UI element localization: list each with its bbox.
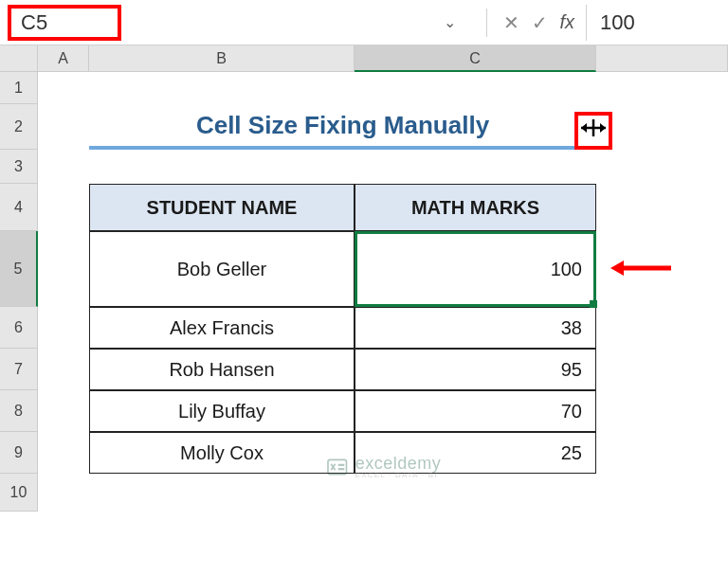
svg-marker-5: [610, 261, 624, 276]
cell-student-name[interactable]: Rob Hansen: [89, 349, 355, 390]
confirm-icon[interactable]: ✓: [525, 11, 554, 34]
cells-area[interactable]: Cell Size Fixing Manually STUDENT NAME M…: [38, 72, 728, 512]
cell-student-name[interactable]: Bob Geller: [89, 231, 355, 307]
cancel-icon[interactable]: ✕: [497, 11, 525, 34]
table-row: Alex Francis 38: [38, 307, 728, 349]
row-header-8[interactable]: 8: [0, 390, 38, 432]
cell[interactable]: [38, 231, 89, 307]
svg-marker-3: [600, 123, 606, 133]
table-row: Lily Buffay 70: [38, 390, 728, 432]
cell-student-name[interactable]: Alex Francis: [89, 307, 355, 349]
cell[interactable]: [38, 390, 89, 432]
row-header-3[interactable]: 3: [0, 150, 38, 184]
grid-row: STUDENT NAME MATH MARKS: [38, 184, 728, 231]
cell-math-marks[interactable]: 38: [355, 307, 596, 349]
arrow-annotation: [609, 250, 675, 287]
cell[interactable]: [89, 474, 355, 512]
column-header-C[interactable]: C: [355, 45, 596, 72]
name-box-area: ⌄: [121, 13, 477, 31]
svg-rect-6: [328, 459, 347, 474]
cell[interactable]: [89, 150, 355, 184]
cell[interactable]: [38, 349, 89, 390]
row-header-2[interactable]: 2: [0, 104, 38, 150]
table-header-marks[interactable]: MATH MARKS: [355, 184, 596, 231]
row-header-6[interactable]: 6: [0, 307, 38, 349]
column-headers: A B C: [0, 45, 728, 72]
watermark-subtitle: EXCEL · DATA · BI: [355, 472, 442, 479]
cell[interactable]: [355, 474, 596, 512]
row-header-9[interactable]: 9: [0, 432, 38, 474]
row-header-7[interactable]: 7: [0, 349, 38, 390]
cell-math-marks[interactable]: 95: [355, 349, 596, 390]
grid-row: [38, 474, 728, 512]
select-all-corner[interactable]: [0, 45, 38, 72]
cell[interactable]: [38, 184, 89, 231]
row-header-10[interactable]: 10: [0, 474, 38, 512]
svg-rect-8: [338, 468, 345, 470]
cell-math-marks[interactable]: 100: [355, 231, 596, 307]
grid-row: Cell Size Fixing Manually: [38, 104, 728, 150]
cell[interactable]: [38, 432, 89, 474]
divider: [486, 9, 487, 37]
svg-marker-2: [581, 123, 587, 133]
name-box[interactable]: C5: [8, 5, 121, 41]
watermark-logo-icon: [325, 455, 350, 479]
cell-student-name[interactable]: Molly Cox: [89, 432, 355, 474]
row-header-4[interactable]: 4: [0, 184, 38, 231]
watermark: exceldemy EXCEL · DATA · BI: [325, 455, 442, 479]
cell[interactable]: [38, 104, 89, 150]
column-header-B[interactable]: B: [89, 45, 355, 72]
table-row: Rob Hansen 95: [38, 349, 728, 390]
fx-icon[interactable]: fx: [559, 11, 574, 33]
sheet-title[interactable]: Cell Size Fixing Manually: [89, 104, 596, 150]
column-header-rest[interactable]: [596, 45, 728, 72]
formula-bar: C5 ⌄ ✕ ✓ fx 100: [0, 0, 728, 45]
row-header-1[interactable]: 1: [0, 72, 38, 104]
row-header-5[interactable]: 5: [0, 231, 38, 307]
watermark-title: exceldemy: [355, 455, 442, 472]
formula-input[interactable]: 100: [586, 5, 728, 41]
resize-horizontal-icon[interactable]: [579, 117, 608, 144]
cell[interactable]: [38, 150, 89, 184]
grid-row: [38, 72, 728, 104]
column-header-A[interactable]: A: [38, 45, 89, 72]
chevron-down-icon[interactable]: ⌄: [444, 13, 456, 31]
spreadsheet-grid: A B C 1 2 3 4 5 6 7 8 9 10: [0, 45, 728, 512]
row-headers: 1 2 3 4 5 6 7 8 9 10: [0, 72, 38, 512]
cell[interactable]: [89, 72, 355, 104]
cell[interactable]: [38, 474, 89, 512]
svg-rect-7: [338, 464, 345, 466]
cell[interactable]: [355, 150, 596, 184]
table-header-student[interactable]: STUDENT NAME: [89, 184, 355, 231]
cell[interactable]: [38, 72, 89, 104]
cell-student-name[interactable]: Lily Buffay: [89, 390, 355, 432]
cell[interactable]: [355, 72, 596, 104]
column-resize-highlight: [574, 112, 612, 150]
grid-row: [38, 150, 728, 184]
cell[interactable]: [38, 307, 89, 349]
cell-math-marks[interactable]: 70: [355, 390, 596, 432]
